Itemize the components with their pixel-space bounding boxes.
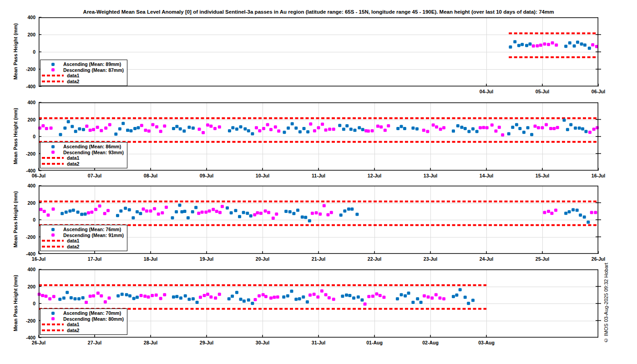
x-tick-label: 12-Jul: [360, 173, 389, 178]
legend-row-ascending: Ascending (Mean: 89mm): [40, 61, 127, 67]
data1-line-swatch: [42, 157, 64, 159]
descending-marker-swatch: [51, 151, 55, 154]
panel-3: 4002000-200-40016-Jul17-Jul18-Jul19-Jul2…: [0, 186, 637, 266]
data2-line-swatch: [42, 81, 64, 82]
x-tick-label: 25-Jul: [528, 256, 557, 262]
chart-title: Area-Weighted Mean Sea Level Anomaly [0]…: [0, 9, 637, 15]
x-tick-label: 06-Jul: [24, 173, 53, 178]
descending-marker-swatch: [51, 233, 55, 237]
x-tick-label: 09-Jul: [192, 173, 221, 178]
x-tick-label: 27-Jul: [80, 340, 109, 345]
legend: Ascending (Mean: 70mm)Descending (Mean: …: [40, 308, 127, 335]
ascending-marker-swatch: [51, 312, 55, 315]
legend-row-data2: data2: [40, 161, 127, 167]
x-tick-label: 22-Jul: [360, 256, 389, 262]
legend-descending-label: Descending (Mean: 91mm): [63, 233, 124, 238]
ascending-points: [59, 119, 587, 136]
x-tick-label: 17-Jul: [80, 256, 109, 262]
legend: Ascending (Mean: 89mm)Descending (Mean: …: [40, 60, 127, 86]
x-tick-label: 16-Jul: [24, 256, 53, 262]
x-tick-label: 24-Jul: [472, 256, 501, 262]
data2-line-swatch: [42, 163, 64, 165]
legend-row-descending: Descending (Mean: 93mm): [40, 150, 127, 156]
x-tick-label: 26-Jul: [24, 340, 53, 345]
legend-data1-label: data1: [67, 155, 79, 161]
watermark-credit: © IMOS 03-Aug-2025 09:32 Hobart: [603, 258, 609, 343]
y-axis-label: Mean Pass Height (mm): [13, 183, 18, 256]
descending-points: [38, 289, 445, 306]
x-tick-label: 11-Jul: [304, 173, 333, 178]
legend-ascending-label: Ascending (Mean: 89mm): [63, 61, 121, 67]
x-tick-label: 16-Jul: [584, 173, 613, 178]
legend-row-data1: data1: [40, 155, 127, 161]
panel-4: 4002000-200-40026-Jul27-Jul28-Jul29-Jul3…: [0, 269, 637, 349]
x-tick-label: 14-Jul: [472, 173, 501, 178]
legend-data1-label: data1: [67, 238, 79, 243]
x-tick-label: 02-Aug: [416, 340, 445, 345]
sea-level-anomaly-figure: Area-Weighted Mean Sea Level Anomaly [0]…: [0, 0, 637, 364]
data2-line-swatch: [42, 246, 64, 248]
x-tick-label: 30-Jul: [248, 340, 277, 345]
x-tick-label: 23-Jul: [416, 256, 445, 262]
descending-marker-swatch: [51, 68, 55, 71]
legend-row-data2: data2: [40, 244, 127, 250]
x-tick-label: 05-Jul: [528, 89, 557, 94]
y-axis-label: Mean Pass Height (mm): [13, 100, 18, 172]
legend-data1-label: data1: [67, 73, 79, 78]
data2-line-swatch: [42, 329, 64, 331]
legend-data2-label: data2: [67, 328, 79, 333]
x-tick-label: 15-Jul: [528, 173, 557, 178]
legend-row-data1: data1: [40, 73, 127, 79]
y-axis-label: Mean Pass Height (mm): [13, 15, 18, 88]
x-tick-label: 06-Jul: [584, 89, 613, 94]
x-tick-label: 31-Jul: [304, 340, 333, 345]
legend-row-descending: Descending (Mean: 87mm): [40, 67, 127, 73]
legend-row-data2: data2: [40, 328, 127, 334]
legend-data2-label: data2: [67, 79, 79, 84]
legend-row-ascending: Ascending (Mean: 70mm): [40, 310, 127, 316]
ascending-marker-swatch: [51, 228, 55, 231]
legend-descending-label: Descending (Mean: 93mm): [63, 150, 124, 155]
x-tick-label: 01-Aug: [360, 340, 389, 345]
x-tick-label: 03-Aug: [472, 340, 501, 345]
x-tick-label: 19-Jul: [192, 256, 221, 262]
descending-points: [39, 204, 597, 220]
legend: Ascending (Mean: 76mm)Descending (Mean: …: [40, 225, 127, 251]
legend-data2-label: data2: [67, 161, 79, 167]
panel-2: 4002000-200-40006-Jul07-Jul08-Jul09-Jul1…: [0, 102, 637, 182]
legend-row-data2: data2: [40, 79, 127, 85]
legend-row-ascending: Ascending (Mean: 76mm): [40, 227, 127, 233]
x-tick-label: 29-Jul: [192, 340, 221, 345]
x-tick-label: 10-Jul: [248, 173, 277, 178]
ascending-marker-swatch: [51, 145, 55, 148]
x-tick-label: 21-Jul: [304, 256, 333, 262]
panel-1: 4002000-200-40004-Jul05-Jul06-JulMean Pa…: [0, 17, 637, 98]
data1-line-swatch: [42, 240, 64, 242]
legend-row-descending: Descending (Mean: 80mm): [40, 316, 127, 322]
legend-row-data1: data1: [40, 322, 127, 328]
ascending-marker-swatch: [51, 63, 55, 66]
legend-row-data1: data1: [40, 238, 127, 244]
legend-data2-label: data2: [67, 244, 79, 249]
x-tick-label: 07-Jul: [80, 173, 109, 178]
legend: Ascending (Mean: 86mm)Descending (Mean: …: [40, 142, 127, 168]
legend-ascending-label: Ascending (Mean: 76mm): [63, 227, 121, 232]
x-tick-label: 08-Jul: [136, 173, 165, 178]
legend-descending-label: Descending (Mean: 80mm): [63, 316, 124, 322]
descending-marker-swatch: [51, 317, 55, 320]
data1-line-swatch: [42, 324, 64, 325]
x-tick-label: 28-Jul: [136, 340, 165, 345]
legend-row-descending: Descending (Mean: 91mm): [40, 233, 127, 238]
legend-data1-label: data1: [67, 322, 79, 327]
x-tick-label: 13-Jul: [416, 173, 445, 178]
legend-row-ascending: Ascending (Mean: 86mm): [40, 144, 127, 150]
x-tick-label: 04-Jul: [472, 89, 501, 94]
legend-ascending-label: Ascending (Mean: 86mm): [63, 144, 121, 149]
x-tick-label: 18-Jul: [136, 256, 165, 262]
x-tick-label: 20-Jul: [248, 256, 277, 262]
y-axis-label: Mean Pass Height (mm): [13, 267, 18, 339]
legend-ascending-label: Ascending (Mean: 70mm): [63, 310, 121, 316]
data1-line-swatch: [42, 75, 64, 76]
legend-descending-label: Descending (Mean: 87mm): [63, 67, 124, 73]
